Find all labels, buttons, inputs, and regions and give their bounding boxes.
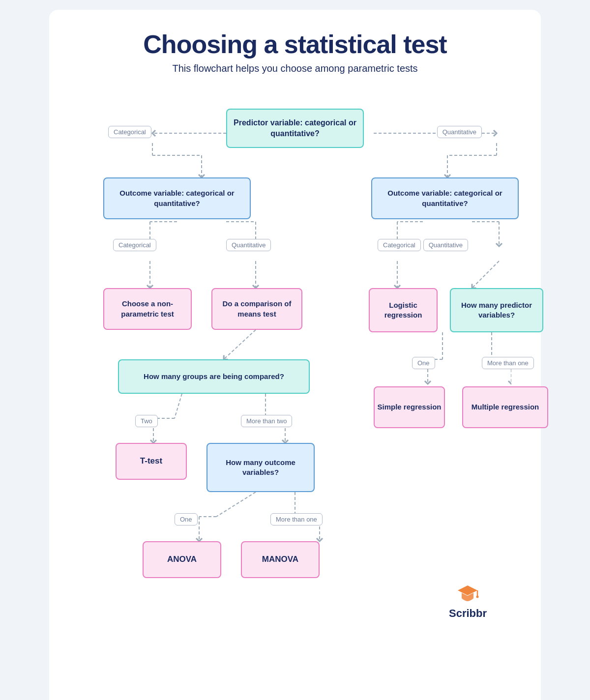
t-test-box: T-test — [116, 443, 187, 480]
label-categorical-left-l2: Categorical — [113, 239, 156, 251]
svg-line-14 — [224, 330, 256, 359]
label-quantitative-left-l2: Quantitative — [226, 239, 271, 251]
multiple-regression-box: Multiple regression — [462, 386, 548, 428]
label-quantitative-right-l2: Quantitative — [423, 239, 468, 251]
label-more-than-one-right: More than one — [482, 357, 534, 369]
svg-line-32 — [472, 261, 499, 288]
scribbr-name: Scribbr — [449, 607, 487, 620]
scribbr-logo: Scribbr — [449, 582, 487, 620]
label-more-than-one-left: More than one — [270, 513, 323, 525]
scribbr-icon — [456, 582, 479, 605]
simple-regression-box: Simple regression — [374, 386, 445, 428]
label-more-than-two: More than two — [241, 415, 292, 427]
how-many-groups-box: How many groups are being compared? — [118, 359, 310, 394]
non-parametric-box: Choose a non-parametric test — [103, 288, 192, 330]
comparison-box: Do a comparison of means test — [211, 288, 302, 330]
outcome-right-box: Outcome variable: categorical or quantit… — [371, 177, 519, 219]
label-quantitative-top-right: Quantitative — [437, 126, 482, 138]
outcome-left-box: Outcome variable: categorical or quantit… — [103, 177, 251, 219]
logistic-box: Logistic regression — [369, 288, 438, 332]
label-categorical-top-left: Categorical — [108, 126, 151, 138]
flowchart: Predictor variable: categorical or quant… — [79, 94, 511, 635]
label-categorical-right-l2: Categorical — [378, 239, 421, 251]
label-two: Two — [135, 415, 158, 427]
predictor-box: Predictor variable: categorical or quant… — [226, 109, 364, 148]
manova-box: MANOVA — [241, 541, 320, 578]
svg-line-15 — [175, 394, 182, 418]
label-one-left: One — [175, 513, 198, 525]
how-many-outcome-box: How many outcome variables? — [206, 443, 315, 492]
page-subtitle: This flowchart helps you choose among pa… — [79, 63, 511, 74]
page-title: Choosing a statistical test — [79, 29, 511, 59]
label-one-right: One — [412, 357, 435, 369]
anova-box: ANOVA — [143, 541, 221, 578]
page: Choosing a statistical test This flowcha… — [49, 10, 541, 700]
svg-line-21 — [216, 492, 256, 517]
svg-point-40 — [476, 596, 479, 598]
how-many-predictor-box: How many predictor variables? — [450, 288, 543, 332]
